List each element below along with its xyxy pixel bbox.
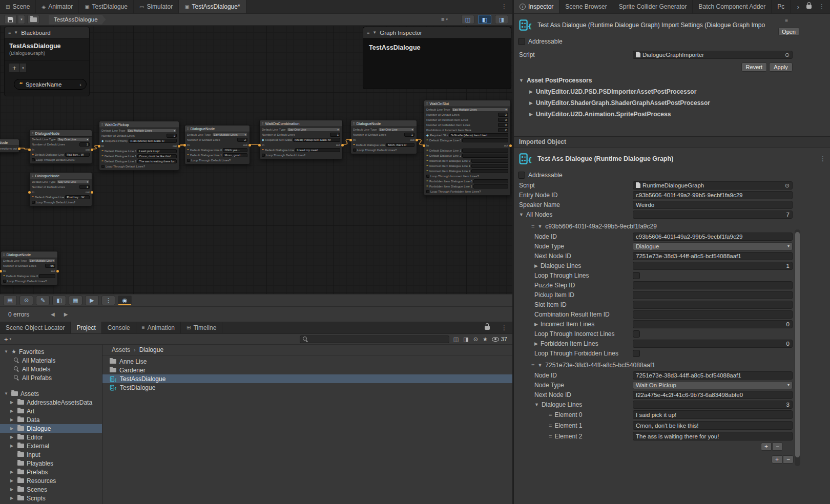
node-dropdown[interactable]: Say One Line▾ xyxy=(57,180,90,184)
inspector-tab-sprite-collider-generator[interactable]: Sprite Collider Generator xyxy=(613,0,693,13)
revert-button[interactable]: Revert xyxy=(741,62,767,72)
array-size-field[interactable]: 3 xyxy=(633,401,793,409)
checkbox[interactable] xyxy=(633,272,640,279)
speaker-name-property[interactable]: “ SpeakerName ‹ xyxy=(14,79,87,90)
node-dropdown[interactable]: Say Multiple Lines▾ xyxy=(212,133,247,137)
output-port-icon[interactable] xyxy=(416,139,418,141)
checkbox[interactable] xyxy=(187,159,190,162)
inspector-tab-inspector[interactable]: iInspector xyxy=(514,0,559,13)
panel-menu-icon[interactable]: ⋮ xyxy=(496,322,512,333)
panel-menu-icon[interactable]: ≡ xyxy=(367,30,369,35)
folder-item-resources[interactable]: ▶Resources xyxy=(0,476,102,485)
apply-button[interactable]: Apply xyxy=(769,62,793,72)
graph-node-waitonpickup[interactable]: ≡WaitOnPickupDefault Line TypeSay Multip… xyxy=(99,121,179,171)
text-field[interactable]: c93b5606-401f-49a2-99b5-9ecbf1fa9c29 xyxy=(633,191,793,199)
scrollbar[interactable] xyxy=(795,229,800,466)
drag-handle-icon[interactable]: = xyxy=(549,412,552,418)
node-int-field[interactable]: 3 xyxy=(167,134,177,138)
postprocessor-unityeditor-shadergraph-shadergraphassetpostprocessor[interactable]: ▶UnityEditor.ShaderGraph.ShaderGraphAsse… xyxy=(514,97,830,109)
foldout-arrow-icon[interactable]: ▼ xyxy=(14,30,18,35)
node-text-field[interactable]: Mmh, that's it! xyxy=(386,143,414,147)
node-text-field[interactable]: The ass is waiting there for xyxy=(137,159,177,163)
graph-node-dialoguenode[interactable]: ≡DialogueNodeDefault Line TypeSay One Li… xyxy=(29,130,92,164)
inspector-tab-scene-browser[interactable]: Scene Browser xyxy=(559,0,613,13)
graph-node-dialoguenode[interactable]: ≡DialogueNodeDefault Line TypeSay One Li… xyxy=(350,120,417,154)
tab-overflow-icon[interactable]: › xyxy=(792,0,804,13)
graph-options-menu[interactable]: ≡ ▾ xyxy=(437,16,452,23)
checkbox[interactable] xyxy=(3,280,6,283)
folder-item-art[interactable]: ▶Art xyxy=(0,407,102,415)
list-view-icon[interactable]: ▤ xyxy=(3,296,17,305)
foldout-arrow-icon[interactable]: ▼ xyxy=(537,363,542,368)
assets-section[interactable]: ▼ Assets xyxy=(0,389,102,398)
graph-node-waitoncombination[interactable]: ≡WaitOnCombinationDefault Line TypeSay O… xyxy=(259,120,343,159)
node-dropdown[interactable]: Say One Line▾ xyxy=(57,137,90,141)
favorites-section[interactable]: ▼ ★ Favorites xyxy=(0,347,102,356)
foldout-arrow-icon[interactable]: ▶ xyxy=(10,400,15,405)
text-field[interactable] xyxy=(633,301,793,309)
remove-element-button[interactable]: − xyxy=(783,455,794,464)
text-field[interactable]: Cmon, don't be like this! xyxy=(633,421,793,430)
tab-bar-menu-icon[interactable]: ⋮ xyxy=(496,0,512,13)
show-in-project-button[interactable] xyxy=(27,15,39,24)
asset-testassdialogue[interactable]: {}TestAssDialogue xyxy=(102,374,512,383)
foldout-arrow-icon[interactable]: ▶ xyxy=(10,470,15,474)
postprocessor-unityeditor-u2d-animation-spritepostprocess[interactable]: ▶UnityEditor.U2D.Animation.SpritePostPro… xyxy=(514,109,830,120)
node-text-field[interactable] xyxy=(462,149,508,153)
foldout-arrow-icon[interactable]: ▶ xyxy=(534,263,538,268)
add-element-button[interactable]: + xyxy=(772,455,782,464)
input-port-icon[interactable] xyxy=(349,139,352,141)
lock-icon[interactable] xyxy=(485,326,490,330)
text-field[interactable]: Weirdo xyxy=(633,201,793,209)
node-int-field[interactable]: 2 xyxy=(498,128,508,132)
dropdown-field[interactable]: Wait On Pickup▾ xyxy=(633,381,793,389)
output-port-icon[interactable] xyxy=(18,148,20,150)
node-group-c93b5606-401f-49a2-99b5-9ecbf1fa9c29[interactable]: =▼c93b5606-401f-49a2-99b5-9ecbf1fa9c29 xyxy=(514,221,830,232)
addressable-checkbox[interactable] xyxy=(518,38,525,45)
checkbox[interactable] xyxy=(353,149,356,152)
foldout-arrow-icon[interactable]: ▼ xyxy=(537,224,542,229)
checkbox[interactable] xyxy=(426,190,429,193)
graph-breadcrumb[interactable]: TestAssDialogue xyxy=(49,15,106,25)
node-menu-icon[interactable]: ≡ xyxy=(3,253,5,256)
folder-item-editor[interactable]: ▶Editor xyxy=(0,433,102,442)
foldout-arrow-icon[interactable]: ▶ xyxy=(10,435,15,439)
folder-item-external[interactable]: ▶External xyxy=(0,442,102,450)
array-size-field[interactable]: 0 xyxy=(633,340,793,348)
foldout-arrow-icon[interactable]: ▼ xyxy=(519,212,524,217)
panel-tab-animation[interactable]: ≡Animation xyxy=(136,322,181,333)
minimap-toggle-icon[interactable]: ◫ xyxy=(461,15,474,24)
foldout-arrow-icon[interactable]: ▶ xyxy=(10,444,15,448)
asset-gardener[interactable]: Gardener xyxy=(102,366,512,374)
graph-inspector-header[interactable]: ≡ ▼ Graph Inspector xyxy=(363,27,511,38)
node-text-field[interactable] xyxy=(471,159,508,163)
panel-tab-project[interactable]: Project xyxy=(71,322,101,333)
graph-node-dialoguenode[interactable]: ≡DialogueNodeDefault Line TypeSay One Li… xyxy=(29,172,92,206)
checkbox[interactable] xyxy=(32,158,35,161)
graph-canvas[interactable]: ≡StartNodeNext Node Connections out≡Dial… xyxy=(0,26,512,294)
array-size-field[interactable]: 7 xyxy=(633,211,793,219)
checkbox[interactable] xyxy=(32,201,35,204)
next-error-button[interactable]: ▶ xyxy=(59,311,73,317)
favorite-item-all-prefabs[interactable]: All Prefabs xyxy=(0,373,102,382)
node-dropdown[interactable]: Say One Line▾ xyxy=(378,128,414,132)
folder-item-input[interactable]: Input xyxy=(0,450,102,459)
window-icon[interactable]: ◧ xyxy=(52,296,66,305)
node-text-field[interactable]: I need my meat! xyxy=(295,148,340,152)
folder-item-playables[interactable]: Playables xyxy=(0,459,102,468)
save-dropdown-button[interactable]: ▾ xyxy=(18,15,25,24)
graph-node-dialoguenode[interactable]: ≡DialogueNodeDefault Line TypeSay Multip… xyxy=(1,251,58,285)
node-menu-icon[interactable]: ≡ xyxy=(262,122,264,125)
frame-selected-icon[interactable]: ◫ xyxy=(453,336,459,343)
foldout-arrow-icon[interactable]: ▶ xyxy=(534,322,538,327)
folder-item-prefabs[interactable]: ▶Prefabs xyxy=(0,468,102,476)
lock-icon[interactable] xyxy=(806,5,812,9)
favorite-item-all-models[interactable]: All Models xyxy=(0,365,102,373)
node-text-field[interactable]: Had boy... W xyxy=(65,153,90,157)
foldout-arrow-icon[interactable]: ▶ xyxy=(10,496,15,500)
inspector-menu-icon[interactable]: ⋮ xyxy=(814,0,830,13)
foldout-arrow-icon[interactable]: ▶ xyxy=(10,487,15,492)
editor-tab-testassdialogue[interactable]: ▣TestAssDialogue* xyxy=(179,0,246,13)
node-text-field[interactable] xyxy=(471,164,508,168)
foldout-arrow-icon[interactable]: ▼ xyxy=(372,30,377,35)
